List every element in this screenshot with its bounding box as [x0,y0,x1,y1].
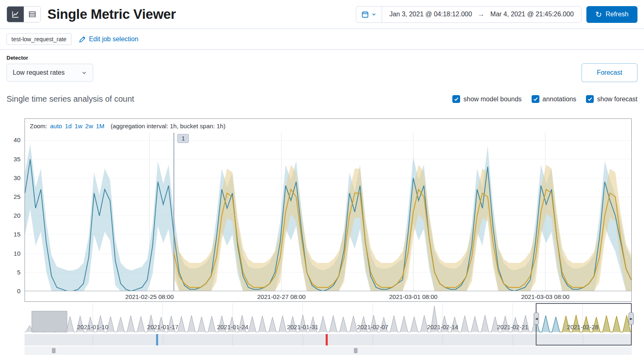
checkbox-show-model-bounds[interactable]: show model bounds [452,95,521,103]
arrow-right-icon: → [478,10,485,18]
context-axis-label: 2021-02-07 [357,323,389,330]
chevron-down-icon [81,70,87,76]
anomaly-swimlane[interactable] [25,334,632,346]
zoom-2w-link[interactable]: 2w [85,123,93,129]
zoom-label: Zoom: [30,123,47,129]
brush-handle-left-icon[interactable]: ◀ [534,312,539,325]
swimlane-separator [303,334,303,346]
datepicker-quick-menu-button[interactable] [356,7,382,22]
anomaly-marker[interactable] [156,334,158,346]
annotation-marker[interactable] [354,348,358,353]
annotation-badge[interactable]: 1 [177,134,189,143]
header-right: Jan 3, 2021 @ 04:18:12.000 → Mar 4, 2021… [356,6,637,23]
checkbox-checked-icon [586,95,594,103]
pencil-icon [79,36,86,43]
end-date[interactable]: Mar 4, 2021 @ 21:45:26.000 [490,11,574,18]
zoom-bar: Zoom: auto 1d 1w 2w 1M (aggregation inte… [25,119,631,133]
main-plot-area[interactable]: 1 [25,133,631,291]
x-axis-label: 2021-02-27 08:00 [257,293,306,300]
swimlane-separator [233,334,233,346]
timeseries-chart: Zoom: auto 1d 1w 2w 1M (aggregation inte… [25,118,632,302]
chart-container: Zoom: auto 1d 1w 2w 1M (aggregation inte… [25,118,632,302]
zoom-1d-link[interactable]: 1d [65,123,72,129]
y-axis-label: 25 [2,193,20,200]
x-axis: 2021-02-25 08:002021-02-27 08:002021-03-… [25,291,631,301]
series-title: Single time series analysis of count [7,94,134,104]
context-axis-label: 2021-01-24 [217,323,248,330]
y-axis-label: 40 [2,136,20,143]
main-chart-svg [25,133,631,291]
series-header: Single time series analysis of count sho… [0,88,644,105]
checkbox-label: show forecast [597,96,637,103]
aggregation-info: (aggregation interval: 1h, bucket span: … [111,123,226,129]
swimlane-separator [583,334,583,346]
annotations-track[interactable] [25,346,632,355]
table-icon [29,11,36,18]
swimlane-separator [443,334,443,346]
chart-view-button[interactable] [7,7,24,22]
calendar-icon [362,11,369,18]
header: Single Metric Viewer Jan 3, 2021 @ 04:18… [0,0,644,29]
checkbox-annotations[interactable]: annotations [532,95,577,103]
date-range-picker: Jan 3, 2021 @ 04:18:12.000 → Mar 4, 2021… [356,6,581,23]
refresh-label: Refresh [606,11,628,18]
job-selection-row: test-low_request_rate Edit job selection [0,29,644,50]
checkbox-checked-icon [532,95,539,103]
swimlane-separator [513,334,513,346]
chevron-down-icon [371,12,376,17]
context-chart: ◀ ▶ 2021-01-102021-01-172021-01-242021-0… [25,303,632,355]
swimlane-separator [163,334,163,346]
detector-block: Detector Low request rates Forecast [0,50,644,88]
datepicker-dates: Jan 3, 2021 @ 04:18:12.000 → Mar 4, 2021… [382,10,581,18]
job-badge: test-low_request_rate [7,33,72,45]
swimlane-separator [373,334,373,346]
page-title: Single Metric Viewer [47,7,176,22]
x-axis-label: 2021-03-01 08:00 [389,293,437,300]
context-axis-label: 2021-01-10 [77,323,109,330]
y-axis-label: 10 [2,250,20,257]
view-toggle-group [7,6,41,22]
context-axis-label: 2021-01-31 [287,323,318,330]
zoom-1w-link[interactable]: 1w [74,123,82,129]
checkbox-checked-icon [452,95,460,103]
context-chart-svg[interactable] [25,303,632,333]
y-axis-label: 30 [2,174,20,181]
y-axis-label: 20 [2,212,20,219]
y-axis-label: 15 [2,231,20,238]
checkbox-label: show model bounds [463,96,521,103]
x-axis-label: 2021-02-25 08:00 [125,293,174,300]
brush-handle-right-icon[interactable]: ▶ [628,312,634,325]
refresh-icon: ↻ [595,11,602,18]
edit-job-selection-label: Edit job selection [89,36,139,43]
context-axis-label: 2021-02-14 [427,323,458,330]
line-chart-icon [12,11,19,18]
context-axis-label: 2021-01-17 [147,323,179,330]
zoom-auto-link[interactable]: auto [50,123,62,129]
anomaly-marker[interactable] [326,334,328,346]
edit-job-selection-link[interactable]: Edit job selection [79,36,139,43]
annotation-marker[interactable] [52,348,56,353]
zoom-1M-link[interactable]: 1M [96,123,105,129]
checkbox-show-forecast[interactable]: show forecast [586,95,637,103]
y-axis-label: 5 [2,269,20,276]
header-left: Single Metric Viewer [7,6,176,22]
chart-toggles: show model bounds annotations show forec… [452,95,637,103]
table-view-button[interactable] [24,7,40,22]
start-date[interactable]: Jan 3, 2021 @ 04:18:12.000 [389,11,472,18]
context-axis-label: 2021-02-28 [567,323,599,330]
refresh-button[interactable]: ↻ Refresh [586,6,637,23]
y-axis-label: 0 [2,288,20,294]
y-axis-label: 35 [2,156,20,163]
detector-select[interactable]: Low request rates [7,64,93,82]
context-axis-label: 2021-02-21 [497,323,528,330]
swimlane-separator [93,334,93,346]
detector-select-value: Low request rates [13,69,65,76]
detector-label: Detector [7,55,637,61]
x-axis-label: 2021-03-03 08:00 [521,293,569,300]
forecast-button[interactable]: Forecast [581,63,637,82]
checkbox-label: annotations [543,96,577,103]
